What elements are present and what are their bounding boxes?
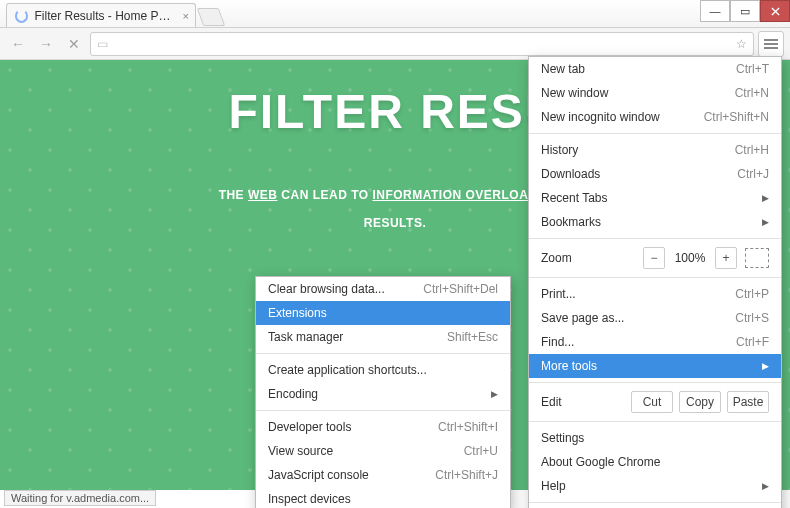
- cut-button[interactable]: Cut: [631, 391, 673, 413]
- sub-clear-browsing[interactable]: Clear browsing data...Ctrl+Shift+Del: [256, 277, 510, 301]
- sub-create-shortcuts[interactable]: Create application shortcuts...: [256, 358, 510, 382]
- zoom-in-button[interactable]: +: [715, 247, 737, 269]
- sub-dev-tools[interactable]: Developer toolsCtrl+Shift+I: [256, 415, 510, 439]
- menu-bookmarks[interactable]: Bookmarks▶: [529, 210, 781, 234]
- chevron-right-icon: ▶: [491, 389, 498, 399]
- browser-tab[interactable]: Filter Results - Home Page ×: [6, 3, 196, 27]
- menu-zoom-row: Zoom − 100% +: [529, 243, 781, 273]
- edit-label: Edit: [541, 395, 625, 409]
- menu-recent-tabs[interactable]: Recent Tabs▶: [529, 186, 781, 210]
- menu-about[interactable]: About Google Chrome: [529, 450, 781, 474]
- tab-close-icon[interactable]: ×: [183, 10, 189, 22]
- minimize-button[interactable]: —: [700, 0, 730, 22]
- tab-title: Filter Results - Home Page: [34, 9, 171, 23]
- chrome-menu: New tabCtrl+T New windowCtrl+N New incog…: [528, 56, 782, 508]
- menu-help[interactable]: Help▶: [529, 474, 781, 498]
- status-bar: Waiting for v.admedia.com...: [4, 490, 156, 506]
- sub-inspect-devices[interactable]: Inspect devices: [256, 487, 510, 508]
- chevron-right-icon: ▶: [762, 481, 769, 491]
- maximize-button[interactable]: ▭: [730, 0, 760, 22]
- page-icon: ▭: [97, 37, 108, 51]
- menu-print[interactable]: Print...Ctrl+P: [529, 282, 781, 306]
- loading-spinner-icon: [15, 9, 28, 23]
- sub-task-manager[interactable]: Task managerShift+Esc: [256, 325, 510, 349]
- menu-find[interactable]: Find...Ctrl+F: [529, 330, 781, 354]
- copy-button[interactable]: Copy: [679, 391, 721, 413]
- link-web[interactable]: WEB: [248, 188, 278, 202]
- stop-reload-button[interactable]: ✕: [62, 32, 86, 56]
- menu-save-as[interactable]: Save page as...Ctrl+S: [529, 306, 781, 330]
- zoom-label: Zoom: [541, 251, 635, 265]
- link-info-overload[interactable]: INFORMATION OVERLOAD: [372, 188, 537, 202]
- forward-button[interactable]: →: [34, 32, 58, 56]
- zoom-out-button[interactable]: −: [643, 247, 665, 269]
- chevron-right-icon: ▶: [762, 217, 769, 227]
- menu-history[interactable]: HistoryCtrl+H: [529, 138, 781, 162]
- back-button[interactable]: ←: [6, 32, 30, 56]
- menu-edit-row: Edit Cut Copy Paste: [529, 387, 781, 417]
- new-tab-button[interactable]: [197, 8, 226, 26]
- zoom-value: 100%: [673, 251, 707, 265]
- menu-settings[interactable]: Settings: [529, 426, 781, 450]
- sub-extensions[interactable]: Extensions: [256, 301, 510, 325]
- fullscreen-button[interactable]: [745, 248, 769, 268]
- address-bar[interactable]: ▭ ☆: [90, 32, 754, 56]
- bookmark-star-icon[interactable]: ☆: [736, 37, 747, 51]
- menu-new-incognito[interactable]: New incognito windowCtrl+Shift+N: [529, 105, 781, 129]
- sub-view-source[interactable]: View sourceCtrl+U: [256, 439, 510, 463]
- menu-more-tools[interactable]: More tools▶: [529, 354, 781, 378]
- more-tools-submenu: Clear browsing data...Ctrl+Shift+Del Ext…: [255, 276, 511, 508]
- paste-button[interactable]: Paste: [727, 391, 769, 413]
- menu-new-window[interactable]: New windowCtrl+N: [529, 81, 781, 105]
- titlebar: Filter Results - Home Page × — ▭: [0, 0, 790, 28]
- sub-js-console[interactable]: JavaScript consoleCtrl+Shift+J: [256, 463, 510, 487]
- menu-downloads[interactable]: DownloadsCtrl+J: [529, 162, 781, 186]
- menu-new-tab[interactable]: New tabCtrl+T: [529, 57, 781, 81]
- sub-encoding[interactable]: Encoding▶: [256, 382, 510, 406]
- window-buttons: — ▭: [700, 0, 790, 22]
- chevron-right-icon: ▶: [762, 193, 769, 203]
- window-close-button[interactable]: [760, 0, 790, 22]
- chrome-menu-button[interactable]: [758, 31, 784, 57]
- chevron-right-icon: ▶: [762, 361, 769, 371]
